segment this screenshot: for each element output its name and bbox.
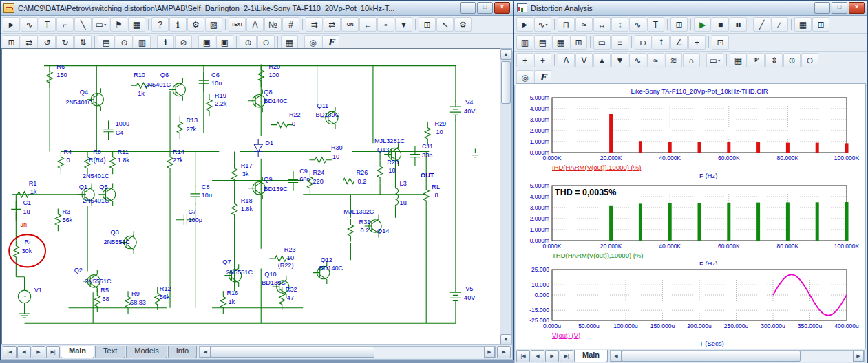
component-R19[interactable]: R192.2k — [207, 92, 227, 117]
scroll-left-button[interactable]: ◀ — [611, 351, 622, 362]
text-tool[interactable]: T — [39, 17, 56, 32]
component-Q3[interactable]: Q32N5551C — [103, 229, 136, 254]
component-gnd[interactable] — [469, 148, 480, 157]
tab-main[interactable]: Main — [61, 346, 94, 358]
probe-circle-icon[interactable]: ◎ — [516, 70, 533, 85]
stop-button[interactable]: ■ — [712, 17, 729, 32]
table-plot-icon[interactable]: ⊞ — [570, 35, 587, 50]
tab-info[interactable]: Info — [168, 346, 197, 358]
component-V1[interactable]: ~V1 — [18, 285, 42, 308]
last-tab-button[interactable]: ▶| — [46, 346, 60, 358]
zoom-in-icon[interactable]: ⊕ — [783, 53, 801, 67]
high-icon[interactable]: ▲ — [593, 53, 611, 67]
copy-to-clipboard-icon[interactable]: ▣ — [198, 35, 215, 50]
series-label[interactable]: THD(HARM(V(out)),10000) (%) — [552, 252, 644, 259]
close-button[interactable]: × — [849, 2, 865, 14]
period-icon[interactable]: ∩ — [683, 53, 700, 67]
restore-button[interactable]: □ — [477, 2, 493, 14]
component-C6[interactable]: C610u — [199, 72, 222, 92]
p-key-icon[interactable]: 'P' — [748, 53, 765, 67]
stacked-plot-icon[interactable]: ▤ — [534, 35, 551, 50]
grid-toggle[interactable]: # — [282, 17, 299, 32]
font-icon[interactable]: F — [322, 35, 339, 50]
info-mode-icon[interactable]: ℹ — [169, 17, 187, 32]
scroll-down-button[interactable]: ▼ — [500, 334, 511, 345]
find-icon[interactable]: ⊙ — [116, 35, 133, 50]
low-icon[interactable]: ▼ — [611, 53, 628, 67]
y-axis-icon[interactable]: ↕ — [611, 17, 628, 32]
component-Ri[interactable]: Ri30k — [13, 239, 32, 263]
waveform-icon[interactable]: ≈ — [575, 17, 593, 32]
text-tool[interactable]: T — [647, 17, 664, 32]
corner-button[interactable]: ▶ — [497, 346, 511, 358]
component-Q10[interactable]: Q10BD139C — [262, 271, 289, 298]
region-box-icon[interactable]: ▫ — [377, 17, 394, 32]
component-C1[interactable]: C11u — [11, 199, 31, 221]
formula-icon[interactable]: ⊡ — [712, 35, 729, 50]
select-box-icon[interactable]: ▭ — [593, 35, 611, 50]
scroll-right-button[interactable]: ▶ — [853, 351, 864, 362]
scroll-right-button[interactable]: ▶ — [484, 346, 495, 358]
grid-plot-icon[interactable]: ▦ — [552, 35, 569, 50]
zoom-out-icon[interactable]: ⊖ — [257, 35, 275, 50]
grid-dots-icon[interactable]: ⊞ — [3, 35, 20, 50]
run-button[interactable]: ▶ — [694, 17, 711, 32]
scope-icon[interactable]: ∿ — [629, 17, 646, 32]
horizontal-scroll-thumb[interactable] — [211, 346, 374, 358]
tag-point-icon[interactable]: + — [688, 35, 706, 50]
component-C8[interactable]: C810u — [191, 184, 213, 206]
on-toggle[interactable]: ON — [341, 17, 359, 32]
rotate-ccw-icon[interactable]: ↺ — [39, 35, 56, 50]
series-label[interactable]: IHD(HARM(V(out)),10000) (%) — [552, 164, 641, 171]
scale-icon[interactable]: ⇕ — [765, 53, 783, 67]
series-label[interactable]: V(out) (V) — [552, 331, 580, 339]
component-R9[interactable]: R968.83 — [125, 290, 146, 314]
flag-tool[interactable]: ⚑ — [110, 17, 127, 32]
x-axis-icon[interactable]: ↔ — [593, 17, 611, 32]
component-Q4[interactable]: Q42N5401C — [66, 88, 104, 111]
component-V4[interactable]: V440V — [450, 99, 476, 121]
zero-cross-icon[interactable]: ≈ — [647, 53, 664, 67]
component-R4[interactable]: R40 — [58, 148, 72, 175]
component-V5[interactable]: V540V — [450, 285, 476, 307]
font-icon[interactable]: F — [534, 70, 551, 85]
last-tab-button[interactable]: ▶| — [560, 350, 573, 362]
component-L3[interactable]: L31u — [395, 180, 406, 207]
flip-horizontal-icon[interactable]: ⇄ — [21, 35, 38, 50]
component-R18[interactable]: R181.8k — [232, 197, 253, 221]
diagonal-wire-tool[interactable]: ╲ — [74, 17, 92, 32]
image-icon[interactable]: ▦ — [281, 35, 298, 50]
tag-slope-icon[interactable]: ∠ — [670, 35, 688, 50]
zoom-out-icon[interactable]: ⊖ — [801, 53, 818, 67]
next-tab-button[interactable]: ▶ — [32, 346, 45, 358]
component-C9[interactable]: C968n — [288, 168, 310, 191]
titlebar[interactable]: Distortion Analysis _ □ × — [514, 1, 867, 16]
tab-text[interactable]: Text — [95, 346, 125, 358]
prev-tab-button[interactable]: ◀ — [17, 346, 31, 358]
thd-chart[interactable]: 5.000m4.000m3.000m2.000m1.000m0.000m0.00… — [518, 182, 865, 265]
component-R31[interactable]: R310.2 — [348, 219, 370, 242]
help-mode-icon[interactable]: ? — [151, 17, 169, 32]
first-tab-button[interactable]: |◀ — [3, 346, 17, 358]
back-icon[interactable]: ← — [359, 17, 377, 32]
component-tool[interactable]: ∿ — [21, 17, 38, 32]
rotate-cw-icon[interactable]: ↻ — [56, 35, 74, 50]
swap-icon[interactable]: ⇄ — [324, 17, 341, 32]
component-R32[interactable]: R3247 — [279, 286, 297, 310]
component-gnd[interactable] — [19, 309, 30, 318]
peak-icon[interactable]: Λ — [558, 53, 575, 67]
next-tab-button[interactable]: ▶ — [545, 350, 559, 362]
component-R13[interactable]: R1327k — [177, 116, 198, 139]
vertical-scrollbar[interactable]: ▲ ▼ — [500, 48, 512, 346]
wire-tool[interactable]: ⌐ — [56, 17, 74, 32]
ruler-icon[interactable]: ≡ — [611, 35, 628, 50]
zoom-in-icon[interactable]: ⊕ — [240, 35, 257, 50]
preferences-icon[interactable]: ⚙ — [454, 17, 472, 32]
valley-icon[interactable]: V — [575, 53, 593, 67]
component-R5[interactable]: R568 — [94, 287, 109, 312]
component-dropdown[interactable]: ∿▾ — [534, 17, 551, 32]
pause-button[interactable]: ▮▮ — [730, 17, 747, 32]
close-button[interactable]: × — [494, 2, 510, 14]
component-R20[interactable]: R20100 — [258, 63, 280, 87]
component-R16[interactable]: R161k — [220, 289, 238, 314]
